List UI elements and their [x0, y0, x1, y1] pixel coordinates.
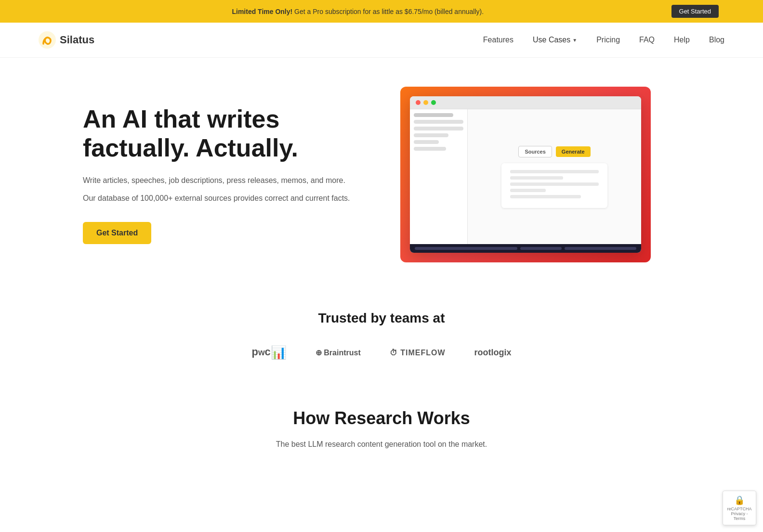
nav-item-faq[interactable]: FAQ	[639, 36, 655, 44]
rootlogix-text: rootlogix	[474, 348, 512, 357]
app-screenshot: Sources Generate	[400, 87, 651, 262]
nav-item-use-cases[interactable]: Use Cases ▼	[533, 36, 577, 44]
sidebar-mock-item	[414, 113, 453, 117]
window-minimize-dot	[423, 100, 428, 105]
content-line	[510, 176, 563, 180]
sidebar-mock-item	[414, 133, 448, 137]
nav-item-help[interactable]: Help	[674, 36, 690, 44]
banner-bold: Limited Time Only!	[232, 8, 292, 15]
hero-image: Sources Generate	[371, 87, 680, 262]
how-research-section: How Research Works The best LLM research…	[0, 379, 763, 460]
nav-item-blog[interactable]: Blog	[709, 36, 724, 44]
mock-primary-button[interactable]: Generate	[556, 146, 591, 157]
logo-icon	[39, 31, 56, 49]
nav-blog-link[interactable]: Blog	[709, 36, 724, 44]
nav-faq-link[interactable]: FAQ	[639, 36, 655, 44]
logos-row: pwc📊 ⊕ Braintrust ⏱ TIMEFLOW rootlogix	[39, 345, 724, 360]
timeflow-text: ⏱ TIMEFLOW	[390, 349, 446, 357]
logo-rootlogix: rootlogix	[474, 348, 512, 358]
content-line	[510, 189, 546, 192]
hero-title: An AI that writes factually. Actually.	[83, 105, 352, 163]
window-close-dot	[416, 100, 421, 105]
bottom-bar-element	[520, 247, 561, 250]
logo-braintrust: ⊕ Braintrust	[316, 348, 361, 357]
nav-help-link[interactable]: Help	[674, 36, 690, 44]
sidebar-mock-item	[414, 147, 446, 151]
logo-link[interactable]: Silatus	[39, 31, 94, 49]
content-line	[510, 195, 581, 198]
banner-text: Limited Time Only! Get a Pro subscriptio…	[44, 8, 671, 15]
app-main-area: Sources Generate	[468, 109, 641, 244]
bottom-bar-element	[415, 247, 517, 250]
app-content-box	[501, 163, 607, 208]
content-line	[510, 182, 599, 186]
logo-timeflow: ⏱ TIMEFLOW	[390, 349, 446, 357]
sidebar-mock-item	[414, 140, 439, 144]
sidebar-mock-item	[414, 127, 463, 130]
braintrust-text: ⊕ Braintrust	[316, 349, 361, 357]
promo-banner: Limited Time Only! Get a Pro subscriptio…	[0, 0, 763, 23]
logo-text: Silatus	[60, 34, 94, 46]
hero-subtitle-2: Our database of 100,000+ external source…	[83, 192, 352, 205]
nav-use-cases-dropdown[interactable]: Use Cases ▼	[533, 36, 577, 44]
main-nav: Silatus Features Use Cases ▼ Pricing FAQ…	[0, 23, 763, 58]
window-maximize-dot	[431, 100, 436, 105]
banner-cta-button[interactable]: Get Started	[671, 5, 719, 18]
pwc-text: pwc📊	[251, 346, 286, 358]
hero-subtitle-1: Write articles, speeches, job descriptio…	[83, 174, 352, 187]
chevron-down-icon: ▼	[572, 38, 577, 43]
nav-pricing-link[interactable]: Pricing	[596, 36, 620, 44]
logo-pwc: pwc📊	[251, 345, 286, 360]
hero-section: An AI that writes factually. Actually. W…	[44, 58, 719, 282]
app-action-row: Sources Generate	[518, 146, 590, 157]
banner-description: Get a Pro subscription for as little as …	[294, 8, 484, 15]
app-body: Sources Generate	[410, 109, 641, 244]
sidebar-mock-item	[414, 120, 463, 124]
how-research-subtitle: The best LLM research content generation…	[39, 438, 724, 451]
nav-features-link[interactable]: Features	[483, 36, 513, 44]
trusted-title: Trusted by teams at	[39, 311, 724, 326]
hero-cta-button[interactable]: Get Started	[83, 222, 151, 244]
app-window: Sources Generate	[410, 96, 641, 253]
nav-use-cases-label: Use Cases	[533, 36, 570, 44]
nav-links: Features Use Cases ▼ Pricing FAQ Help Bl…	[483, 36, 724, 44]
bottom-bar-element	[565, 247, 636, 250]
content-line	[510, 170, 599, 173]
app-sidebar	[410, 109, 468, 244]
mock-outline-button[interactable]: Sources	[518, 146, 552, 157]
app-bottom-bar	[410, 244, 641, 253]
app-titlebar	[410, 96, 641, 109]
nav-item-pricing[interactable]: Pricing	[596, 36, 620, 44]
trusted-section: Trusted by teams at pwc📊 ⊕ Braintrust ⏱ …	[0, 282, 763, 379]
how-research-title: How Research Works	[39, 408, 724, 428]
hero-content: An AI that writes factually. Actually. W…	[83, 105, 352, 244]
nav-item-features[interactable]: Features	[483, 36, 513, 44]
svg-point-0	[39, 31, 56, 49]
